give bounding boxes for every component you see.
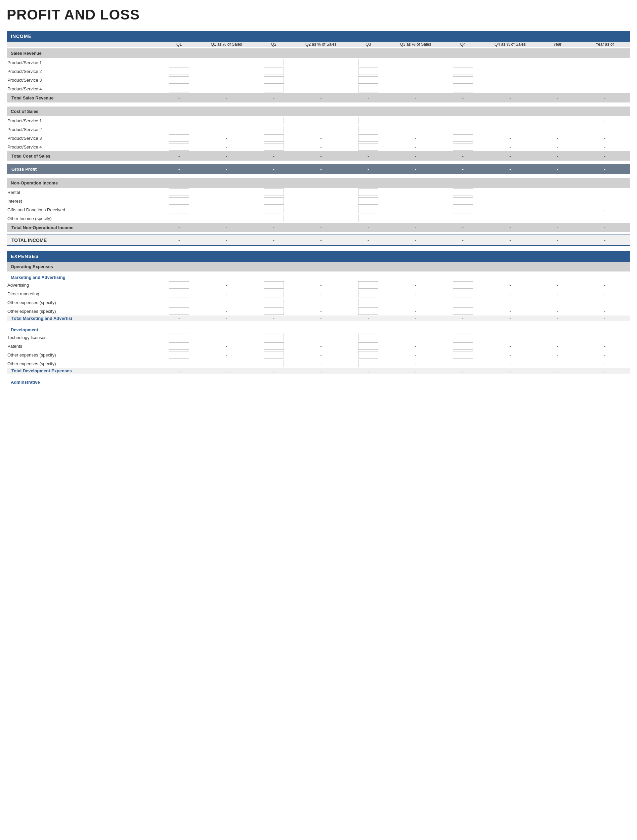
noi-other-q4-input[interactable] [453,215,473,222]
noi-interest-q2-input[interactable] [264,197,284,205]
mkt-dm-q3-input[interactable] [358,290,378,297]
sr-p4-q3-input[interactable] [358,85,378,92]
noi-rental-q2-input[interactable] [264,188,284,196]
noi-other-q3-input[interactable] [358,215,378,222]
noi-interest-q1-input[interactable] [169,197,189,205]
cos-p3-q4-input[interactable] [453,134,473,142]
dev-tech-q4-input[interactable] [453,334,473,341]
mkt-adv-q1-input[interactable] [169,281,189,289]
mkt-oth2-q2-input[interactable] [264,308,284,315]
total-development-row: Total Development Expenses - - - - - - -… [7,368,630,374]
noi-rental-q3-input[interactable] [358,188,378,196]
sr-p1-q4-input[interactable] [453,59,473,66]
sr-p1-q1-input[interactable] [169,59,189,66]
sr-p1-q3-input[interactable] [358,59,378,66]
noi-rental-q1-input[interactable] [169,188,189,196]
noi-rental-q4-input[interactable] [453,188,473,196]
noi-gifts-q3-input[interactable] [358,206,378,213]
cos-p4-q2-input[interactable] [264,143,284,150]
admin-category-label: Adminstrative [7,376,630,385]
cos-p2-q1-input[interactable] [169,126,189,133]
sr-p2-q4-input[interactable] [453,68,473,75]
cos-p4-q3-input[interactable] [358,143,378,150]
mkt-adv-q4-input[interactable] [453,281,473,289]
sr-p3-q3-input[interactable] [358,76,378,84]
cos-p1-q2-input[interactable] [264,117,284,124]
mkt-adv-q2-input[interactable] [264,281,284,289]
dev-tech-q1-input[interactable] [169,334,189,341]
mkt-dm-q1-input[interactable] [169,290,189,297]
dev-oth2-q1-input[interactable] [169,360,189,367]
dev-pat-q2-input[interactable] [264,343,284,350]
sr-p2-q3-input[interactable] [358,68,378,75]
table-row: Product/Service 3 - - - - - - [7,134,630,142]
dev-tech-q3-input[interactable] [358,334,378,341]
table-row: Product/Service 3 [7,76,630,84]
mkt-dm-q2-input[interactable] [264,290,284,297]
sr-p2-q2-input[interactable] [264,68,284,75]
sr-p2-q1-input[interactable] [169,68,189,75]
table-row: Technology licenses - - - - - - [7,333,630,342]
dev-pat-q3-input[interactable] [358,343,378,350]
table-row: Product/Service 4 - - - - - - [7,142,630,151]
table-row: Other expenses (specify) - - - - - - [7,359,630,368]
dev-pat-q1-input[interactable] [169,343,189,350]
sr-p3-q1-input[interactable] [169,76,189,84]
mkt-oth2-q3-input[interactable] [358,308,378,315]
table-row: Product/Service 1 - [7,116,630,125]
cos-p2-q4-input[interactable] [453,126,473,133]
noi-interest-q3-input[interactable] [358,197,378,205]
noi-gifts-q1-input[interactable] [169,206,189,213]
dev-oth2-q4-input[interactable] [453,360,473,367]
cos-p3-q1-input[interactable] [169,134,189,142]
profit-loss-table: INCOME Q1 Q1 as % of Sales Q2 Q2 as % of… [7,31,630,385]
total-marketing-row: Total Marketing and Advertisi - - - - - … [7,316,630,321]
mkt-dm-q4-input[interactable] [453,290,473,297]
sr-p1-q2-input[interactable] [264,59,284,66]
total-sales-revenue-row: Total Sales Revenue - - - - - - - - - - [7,93,630,103]
mkt-oth1-q4-input[interactable] [453,299,473,306]
mkt-oth1-q1-input[interactable] [169,299,189,306]
total-income-row: TOTAL INCOME - - - - - - - - - - [7,235,630,246]
table-row: Product/Service 4 [7,84,630,93]
dev-oth1-q4-input[interactable] [453,351,473,358]
noi-other-q1-input[interactable] [169,215,189,222]
cos-p2-q3-input[interactable] [358,126,378,133]
cos-p1-q1-input[interactable] [169,117,189,124]
mkt-oth1-q3-input[interactable] [358,299,378,306]
sr-p3-q2-input[interactable] [264,76,284,84]
table-row: Rental [7,188,630,197]
dev-oth1-q2-input[interactable] [264,351,284,358]
dev-oth2-q2-input[interactable] [264,360,284,367]
cos-p2-q2-input[interactable] [264,126,284,133]
cos-p1-q3-input[interactable] [358,117,378,124]
dev-pat-q4-input[interactable] [453,343,473,350]
mkt-adv-q3-input[interactable] [358,281,378,289]
mkt-oth2-q1-input[interactable] [169,308,189,315]
mkt-oth2-q4-input[interactable] [453,308,473,315]
noi-interest-q4-input[interactable] [453,197,473,205]
development-category-label: Development [7,324,630,333]
sr-p4-q4-input[interactable] [453,85,473,92]
sr-p4-q1-input[interactable] [169,85,189,92]
cos-p3-q2-input[interactable] [264,134,284,142]
cos-p4-q4-input[interactable] [453,143,473,150]
mkt-oth1-q2-input[interactable] [264,299,284,306]
cos-p4-q1-input[interactable] [169,143,189,150]
table-row: Other expenses (specify) - - - - - - [7,298,630,307]
noi-other-q2-input[interactable] [264,215,284,222]
table-row: Patents - - - - - - [7,342,630,351]
noi-gifts-q2-input[interactable] [264,206,284,213]
operating-expenses-header: Operating Expenses [7,262,630,272]
sr-p3-q4-input[interactable] [453,76,473,84]
noi-gifts-q4-input[interactable] [453,206,473,213]
table-row: Other Income (specify) - [7,214,630,223]
dev-tech-q2-input[interactable] [264,334,284,341]
dev-oth2-q3-input[interactable] [358,360,378,367]
dev-oth1-q1-input[interactable] [169,351,189,358]
cos-p1-q4-input[interactable] [453,117,473,124]
cos-p3-q3-input[interactable] [358,134,378,142]
dev-oth1-q3-input[interactable] [358,351,378,358]
table-row: Product/Service 1 [7,58,630,67]
sr-p4-q2-input[interactable] [264,85,284,92]
